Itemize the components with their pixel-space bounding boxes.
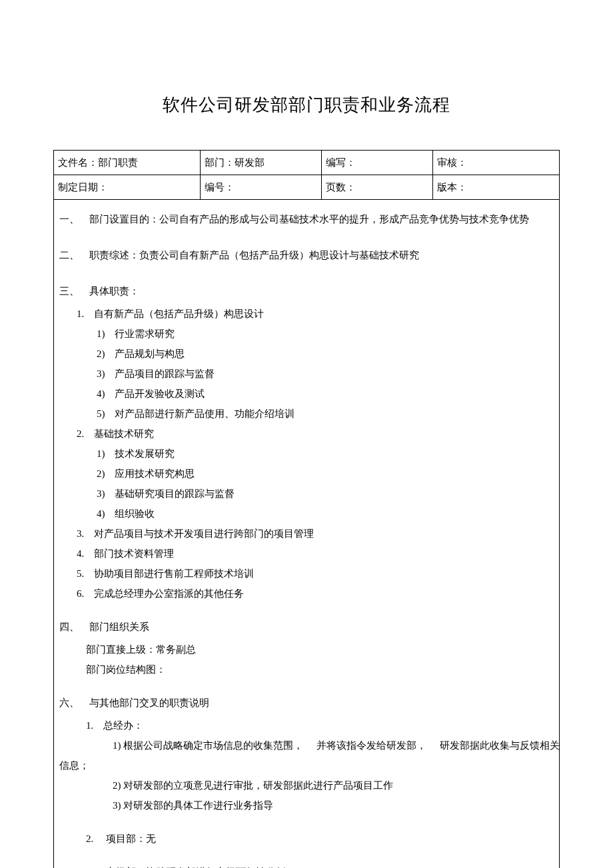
s3-1-2: 2) 产品规划与构思 — [97, 344, 554, 364]
meta-pages: 页数： — [322, 175, 433, 200]
s6-1-1c: 研发部据此收集与反馈相关 — [440, 735, 560, 755]
section-4-heading: 四、 部门组织关系 — [59, 617, 554, 637]
meta-filename: 文件名：部门职责 — [54, 151, 201, 175]
s6-1-1-line: 1) 根据公司战略确定市场信息的收集范围， 并将该指令发给研发部， 研发部据此收… — [59, 735, 554, 755]
s3-1-3: 3) 产品项目的跟踪与监督 — [97, 364, 554, 384]
s6-item3: 3. 市场部：协助研发部进行市场可行性分析 — [59, 862, 554, 868]
s6-1-1d: 信息； — [59, 755, 554, 775]
s6-item1-label: 1. 总经办： — [59, 715, 554, 735]
section-2: 二、 职责综述：负责公司自有新产品（包括产品升级）构思设计与基础技术研究 — [59, 245, 554, 265]
s3-item5: 5. 协助项目部进行售前工程师技术培训 — [77, 564, 554, 584]
meta-reviewer: 审核： — [433, 151, 560, 175]
s6-item2: 2. 项目部：无 — [59, 829, 554, 849]
s3-2-3: 3) 基础研究项目的跟踪与监督 — [97, 484, 554, 504]
s3-2-1: 1) 技术发展研究 — [97, 444, 554, 464]
s6-1-2: 2) 对研发部的立项意见进行审批，研发部据此进行产品项目工作 — [59, 775, 554, 795]
s4-line2: 部门岗位结构图： — [59, 659, 554, 679]
s3-item3: 3. 对产品项目与技术开发项目进行跨部门的项目管理 — [77, 524, 554, 544]
s6-1-1a: 1) 根据公司战略确定市场信息的收集范围， — [59, 735, 316, 755]
document-page: 软件公司研发部部门职责和业务流程 文件名：部门职责 部门：研发部 编写： 审核：… — [53, 93, 560, 868]
s3-2-2: 2) 应用技术研究构思 — [97, 464, 554, 484]
s4-line1: 部门直接上级：常务副总 — [59, 640, 554, 659]
s3-1-5: 5) 对产品部进行新产品使用、功能介绍培训 — [97, 404, 554, 424]
s3-1-4: 4) 产品开发验收及测试 — [97, 384, 554, 404]
s6-1-3: 3) 对研发部的具体工作进行业务指导 — [59, 795, 554, 815]
meta-writer: 编写： — [322, 151, 433, 175]
s3-1-1: 1) 行业需求研究 — [97, 324, 554, 344]
section-6-heading: 六、 与其他部门交叉的职责说明 — [59, 693, 554, 713]
s3-2-4: 4) 组织验收 — [97, 504, 554, 524]
section-1: 一、 部门设置目的：公司自有产品的形成与公司基础技术水平的提升，形成产品竞争优势… — [59, 209, 554, 229]
meta-version: 版本： — [433, 175, 560, 200]
meta-table: 文件名：部门职责 部门：研发部 编写： 审核： 制定日期： 编号： 页数： 版本… — [53, 150, 560, 200]
meta-dept: 部门：研发部 — [201, 151, 322, 175]
page-title: 软件公司研发部部门职责和业务流程 — [53, 93, 560, 117]
s6-1-1b: 并将该指令发给研发部， — [316, 735, 440, 755]
s3-item4: 4. 部门技术资料管理 — [77, 544, 554, 564]
s3-item2: 2. 基础技术研究 — [77, 424, 554, 444]
body-content: 一、 部门设置目的：公司自有产品的形成与公司基础技术水平的提升，形成产品竞争优势… — [53, 200, 560, 868]
meta-date: 制定日期： — [54, 175, 201, 200]
section-3-heading: 三、 具体职责： — [59, 281, 554, 301]
s3-item6: 6. 完成总经理办公室指派的其他任务 — [77, 584, 554, 604]
meta-no: 编号： — [201, 175, 322, 200]
s3-item1: 1. 自有新产品（包括产品升级）构思设计 — [77, 304, 554, 324]
